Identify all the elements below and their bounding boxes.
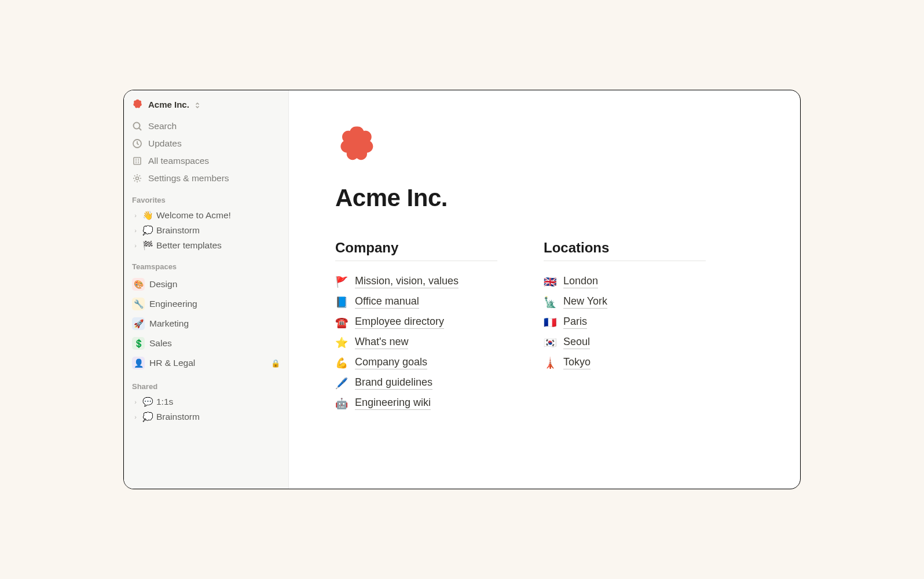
nav-all-teamspaces[interactable]: All teamspaces — [127, 153, 285, 169]
link-emoji-icon: 📘 — [335, 296, 349, 309]
page-link[interactable]: 📘Office manual — [335, 292, 497, 312]
page-link[interactable]: 🇰🇷Seoul — [544, 332, 706, 353]
chevron-right-icon[interactable]: › — [132, 413, 139, 420]
nav-settings[interactable]: Settings & members — [127, 170, 285, 186]
workspace-logo-icon — [132, 98, 144, 110]
page-link[interactable]: 💪Company goals — [335, 353, 497, 373]
link-label: Seoul — [563, 336, 590, 349]
sidebar: Acme Inc. Search Updates All teamspaces — [124, 90, 289, 489]
nav-label: Settings & members — [148, 173, 229, 184]
page-emoji-icon: 🏁 — [142, 240, 153, 251]
nav-label: Updates — [148, 138, 182, 149]
page-emoji-icon: 💬 — [142, 397, 153, 407]
teamspace-emoji-icon: 👤 — [132, 357, 145, 369]
link-emoji-icon: 🖊️ — [335, 377, 349, 390]
teamspace-label: Marketing — [149, 318, 280, 329]
link-label: Employee directory — [355, 316, 444, 329]
nav-updates[interactable]: Updates — [127, 135, 285, 152]
link-emoji-icon: 🇰🇷 — [544, 336, 558, 349]
teamspace-emoji-icon: 🚀 — [132, 317, 145, 330]
page-link[interactable]: 🇫🇷Paris — [544, 312, 706, 332]
link-label: Tokyo — [563, 356, 591, 369]
link-label: Brand guidelines — [355, 376, 432, 390]
chevron-right-icon[interactable]: › — [132, 212, 139, 219]
sidebar-teamspace-item[interactable]: 💲Sales — [127, 334, 285, 353]
gear-icon — [132, 173, 142, 184]
section-header-teamspaces: Teamspaces — [127, 254, 285, 273]
sidebar-teamspace-item[interactable]: 👤HR & Legal🔒 — [127, 353, 285, 373]
sidebar-teamspace-item[interactable]: 🎨Design — [127, 274, 285, 294]
page-link[interactable]: 🚩Mission, vision, values — [335, 272, 497, 292]
page-label: Better templates — [156, 240, 280, 251]
chevron-right-icon[interactable]: › — [132, 398, 139, 405]
page-link[interactable]: 🗽New York — [544, 292, 706, 312]
page-label: Brainstorm — [156, 225, 280, 236]
teamspace-emoji-icon: 🔧 — [132, 298, 145, 310]
building-icon — [132, 156, 142, 166]
svg-point-3 — [136, 177, 139, 180]
column-heading: Locations — [544, 240, 706, 261]
page-label: 1:1s — [156, 397, 280, 407]
teamspace-label: Engineering — [149, 299, 280, 309]
link-label: Company goals — [355, 356, 427, 369]
link-label: Mission, vision, values — [355, 275, 459, 288]
nav-search[interactable]: Search — [127, 118, 285, 134]
page-label: Welcome to Acme! — [156, 210, 280, 221]
nav-label: All teamspaces — [148, 156, 209, 166]
page-emoji-icon: 👋 — [142, 210, 153, 221]
link-label: London — [563, 275, 598, 288]
page-emoji-icon: 💭 — [142, 412, 153, 422]
lock-icon: 🔒 — [271, 359, 280, 368]
sidebar-shared-item[interactable]: ›💬1:1s — [127, 394, 285, 409]
link-emoji-icon: 🇫🇷 — [544, 316, 558, 329]
sidebar-teamspace-item[interactable]: 🔧Engineering — [127, 294, 285, 314]
sidebar-favorite-item[interactable]: ›💭Brainstorm — [127, 223, 285, 238]
column-company: Company 🚩Mission, vision, values📘Office … — [335, 240, 497, 413]
sidebar-favorite-item[interactable]: ›🏁Better templates — [127, 238, 285, 253]
link-label: New York — [563, 295, 607, 309]
link-emoji-icon: 🗽 — [544, 296, 558, 309]
sidebar-shared-item[interactable]: ›💭Brainstorm — [127, 409, 285, 424]
link-emoji-icon: 💪 — [335, 357, 349, 369]
link-emoji-icon: ☎️ — [335, 316, 349, 329]
column-locations: Locations 🇬🇧London🗽New York🇫🇷Paris🇰🇷Seou… — [544, 240, 706, 413]
link-emoji-icon: 🇬🇧 — [544, 276, 558, 288]
link-emoji-icon: 🤖 — [335, 397, 349, 410]
link-emoji-icon: ⭐ — [335, 336, 349, 349]
section-header-shared: Shared — [127, 374, 285, 393]
page-link[interactable]: 🖊️Brand guidelines — [335, 373, 497, 393]
teamspace-emoji-icon: 🎨 — [132, 278, 145, 291]
search-icon — [132, 121, 142, 131]
page-link[interactable]: 🤖Engineering wiki — [335, 393, 497, 413]
link-label: Paris — [563, 316, 587, 329]
teamspace-emoji-icon: 💲 — [132, 337, 145, 350]
section-header-favorites: Favorites — [127, 188, 285, 207]
link-label: What's new — [355, 336, 408, 349]
workspace-name: Acme Inc. — [148, 100, 189, 109]
chevron-right-icon[interactable]: › — [132, 227, 139, 234]
sidebar-favorite-item[interactable]: ›👋Welcome to Acme! — [127, 208, 285, 223]
page-label: Brainstorm — [156, 412, 280, 422]
link-emoji-icon: 🗼 — [544, 357, 558, 369]
page-content: Acme Inc. Company 🚩Mission, vision, valu… — [289, 90, 800, 489]
sidebar-teamspace-item[interactable]: 🚀Marketing — [127, 314, 285, 334]
link-label: Office manual — [355, 295, 419, 309]
svg-point-0 — [134, 123, 140, 129]
page-logo-icon — [335, 123, 380, 168]
app-window: Acme Inc. Search Updates All teamspaces — [123, 90, 801, 489]
chevron-right-icon[interactable]: › — [132, 242, 139, 249]
column-heading: Company — [335, 240, 497, 261]
workspace-switcher[interactable]: Acme Inc. — [127, 96, 285, 112]
page-link[interactable]: ☎️Employee directory — [335, 312, 497, 332]
link-label: Engineering wiki — [355, 397, 431, 410]
page-title: Acme Inc. — [335, 184, 754, 212]
page-link[interactable]: 🇬🇧London — [544, 272, 706, 292]
teamspace-label: Design — [149, 279, 280, 290]
svg-rect-2 — [134, 157, 141, 164]
teamspace-label: Sales — [149, 338, 280, 349]
teamspace-label: HR & Legal — [149, 358, 265, 368]
page-link[interactable]: ⭐What's new — [335, 332, 497, 353]
page-link[interactable]: 🗼Tokyo — [544, 353, 706, 373]
link-emoji-icon: 🚩 — [335, 276, 349, 288]
chevron-updown-icon — [194, 101, 201, 108]
